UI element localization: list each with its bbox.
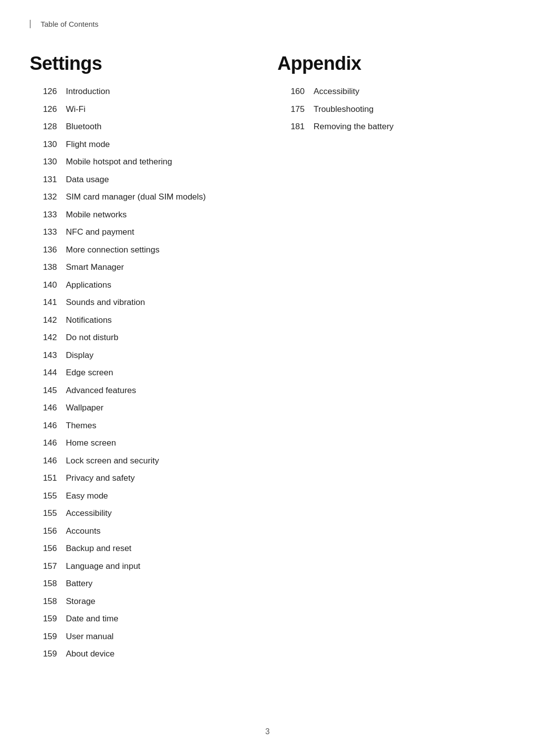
- toc-entry-title: Storage: [66, 595, 96, 608]
- breadcrumb: Table of Contents: [30, 20, 505, 28]
- toc-page-number: 146: [30, 402, 57, 414]
- toc-page-number: 142: [30, 314, 57, 327]
- list-item: 175Troubleshooting: [277, 103, 505, 116]
- toc-page-number: 141: [30, 296, 57, 309]
- toc-page-number: 146: [30, 454, 57, 467]
- list-item: 138Smart Manager: [30, 261, 248, 274]
- list-item: 131Data usage: [30, 173, 248, 186]
- appendix-toc-list: 160Accessibility175Troubleshooting181Rem…: [277, 85, 505, 133]
- list-item: 142Notifications: [30, 314, 248, 327]
- list-item: 155Accessibility: [30, 507, 248, 520]
- toc-entry-title: Home screen: [66, 437, 116, 450]
- settings-column: Settings 126Introduction126Wi-Fi128Bluet…: [30, 53, 268, 665]
- toc-entry-title: Accessibility: [314, 85, 360, 98]
- list-item: 140Applications: [30, 279, 248, 292]
- toc-page-number: 146: [30, 437, 57, 450]
- breadcrumb-text: Table of Contents: [41, 20, 99, 28]
- list-item: 158Storage: [30, 595, 248, 608]
- list-item: 160Accessibility: [277, 85, 505, 98]
- settings-section-title: Settings: [30, 53, 248, 74]
- toc-page-number: 157: [30, 560, 57, 573]
- appendix-column: Appendix 160Accessibility175Troubleshoot…: [268, 53, 505, 138]
- list-item: 146Lock screen and security: [30, 454, 248, 467]
- toc-page-number: 128: [30, 120, 57, 133]
- toc-page-number: 159: [30, 648, 57, 660]
- list-item: 132SIM card manager (dual SIM models): [30, 191, 248, 203]
- list-item: 151Privacy and safety: [30, 472, 248, 485]
- list-item: 181Removing the battery: [277, 120, 505, 133]
- toc-entry-title: Date and time: [66, 612, 118, 625]
- list-item: 128Bluetooth: [30, 120, 248, 133]
- toc-entry-title: Flight mode: [66, 138, 110, 151]
- toc-page-number: 143: [30, 349, 57, 362]
- toc-page-number: 142: [30, 331, 57, 344]
- list-item: 156Accounts: [30, 525, 248, 538]
- toc-page-number: 130: [30, 138, 57, 151]
- list-item: 130Mobile hotspot and tethering: [30, 155, 248, 168]
- toc-page-number: 156: [30, 525, 57, 538]
- list-item: 142Do not disturb: [30, 331, 248, 344]
- toc-page-number: 158: [30, 595, 57, 608]
- toc-entry-title: Easy mode: [66, 490, 108, 503]
- list-item: 126Wi-Fi: [30, 103, 248, 116]
- list-item: 159Date and time: [30, 612, 248, 625]
- toc-page-number: 159: [30, 630, 57, 643]
- toc-page-number: 132: [30, 191, 57, 203]
- toc-page-number: 160: [277, 85, 305, 98]
- list-item: 145Advanced features: [30, 384, 248, 397]
- toc-entry-title: Notifications: [66, 314, 112, 327]
- list-item: 159User manual: [30, 630, 248, 643]
- toc-page-number: 155: [30, 490, 57, 503]
- toc-entry-title: Accessibility: [66, 507, 112, 520]
- toc-page-number: 144: [30, 366, 57, 379]
- list-item: 156Backup and reset: [30, 542, 248, 555]
- toc-entry-title: About device: [66, 648, 114, 660]
- toc-page-number: 159: [30, 612, 57, 625]
- toc-page-number: 133: [30, 208, 57, 221]
- toc-entry-title: Advanced features: [66, 384, 136, 397]
- toc-entry-title: Display: [66, 349, 94, 362]
- toc-entry-title: Wallpaper: [66, 402, 104, 414]
- toc-page-number: 138: [30, 261, 57, 274]
- toc-page-number: 126: [30, 85, 57, 98]
- toc-page-number: 151: [30, 472, 57, 485]
- page-number: 3: [266, 727, 270, 736]
- list-item: 144Edge screen: [30, 366, 248, 379]
- toc-page-number: 145: [30, 384, 57, 397]
- toc-entry-title: More connection settings: [66, 244, 160, 256]
- list-item: 146Wallpaper: [30, 402, 248, 414]
- toc-entry-title: Privacy and safety: [66, 472, 135, 485]
- list-item: 146Home screen: [30, 437, 248, 450]
- toc-entry-title: Applications: [66, 279, 111, 292]
- toc-entry-title: Smart Manager: [66, 261, 124, 274]
- list-item: 159About device: [30, 648, 248, 660]
- two-column-layout: Settings 126Introduction126Wi-Fi128Bluet…: [30, 53, 505, 665]
- toc-page-number: 136: [30, 244, 57, 256]
- toc-entry-title: Introduction: [66, 85, 110, 98]
- appendix-section-title: Appendix: [277, 53, 505, 74]
- settings-toc-list: 126Introduction126Wi-Fi128Bluetooth130Fl…: [30, 85, 248, 660]
- list-item: 141Sounds and vibration: [30, 296, 248, 309]
- toc-page-number: 158: [30, 577, 57, 590]
- toc-page-number: 146: [30, 419, 57, 432]
- toc-entry-title: SIM card manager (dual SIM models): [66, 191, 206, 203]
- page-container: Table of Contents Settings 126Introducti…: [0, 0, 535, 756]
- toc-page-number: 156: [30, 542, 57, 555]
- toc-page-number: 140: [30, 279, 57, 292]
- toc-page-number: 155: [30, 507, 57, 520]
- toc-entry-title: Mobile hotspot and tethering: [66, 155, 172, 168]
- toc-page-number: 131: [30, 173, 57, 186]
- toc-page-number: 181: [277, 120, 305, 133]
- list-item: 133Mobile networks: [30, 208, 248, 221]
- toc-entry-title: NFC and payment: [66, 226, 134, 239]
- toc-entry-title: Battery: [66, 577, 93, 590]
- list-item: 130Flight mode: [30, 138, 248, 151]
- list-item: 136More connection settings: [30, 244, 248, 256]
- toc-entry-title: Mobile networks: [66, 208, 127, 221]
- list-item: 158Battery: [30, 577, 248, 590]
- list-item: 126Introduction: [30, 85, 248, 98]
- toc-entry-title: Themes: [66, 419, 96, 432]
- toc-page-number: 130: [30, 155, 57, 168]
- list-item: 157Language and input: [30, 560, 248, 573]
- toc-page-number: 133: [30, 226, 57, 239]
